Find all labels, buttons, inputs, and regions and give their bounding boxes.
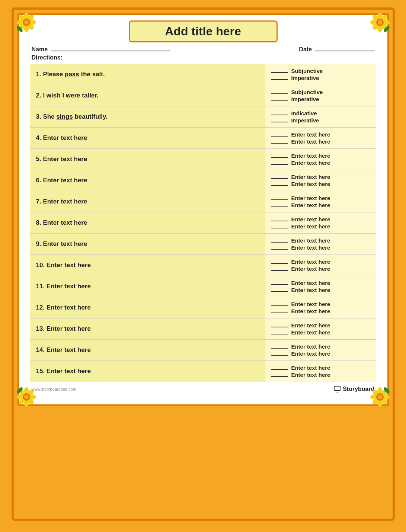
answer-option-3-2: Imperative <box>271 117 370 124</box>
name-field: Name <box>32 46 299 53</box>
footer: www.storyboardthat.com Storyboard <box>30 385 376 393</box>
answer-cell-9: Enter text hereEnter text here <box>265 234 376 255</box>
answer-label: Enter text here <box>291 343 330 350</box>
answer-cell-12: Enter text hereEnter text here <box>265 297 376 318</box>
answer-option-8-1: Enter text here <box>271 216 370 222</box>
answer-label: Enter text here <box>291 237 330 244</box>
answer-option-2-1: Subjunctive <box>271 89 370 95</box>
answer-label: Subjunctive <box>291 89 323 95</box>
name-date-row: Name Date <box>30 46 376 53</box>
answer-option-2-2: Imperative <box>271 96 370 102</box>
footer-url: www.storyboardthat.com <box>32 387 76 391</box>
answer-label: Subjunctive <box>291 68 323 74</box>
inner-border: Add title here Name Date Directions: 1. … <box>17 13 389 406</box>
answer-label: Enter text here <box>291 244 330 251</box>
answer-label: Imperative <box>291 75 319 81</box>
answer-option-3-1: Indicative <box>271 110 370 116</box>
svg-rect-45 <box>335 387 340 390</box>
answer-label: Enter text here <box>291 153 330 159</box>
answer-blank <box>271 369 288 370</box>
answer-blank <box>271 185 288 186</box>
answer-label: Enter text here <box>291 223 330 230</box>
answer-blank <box>271 122 288 122</box>
table-row: 12. Enter text hereEnter text hereEnter … <box>30 297 376 318</box>
question-cell-2: 2. I wish I were taller. <box>30 85 265 106</box>
answer-cell-1: SubjunctiveImperative <box>265 64 376 85</box>
answer-blank <box>271 313 288 313</box>
question-cell-15: 15. Enter text here <box>30 361 265 382</box>
date-label: Date <box>299 46 312 52</box>
answer-blank <box>271 136 288 137</box>
answer-cell-6: Enter text hereEnter text here <box>265 170 376 191</box>
name-underline <box>51 51 170 51</box>
table-row: 14. Enter text hereEnter text hereEnter … <box>30 340 376 361</box>
answer-blank <box>271 291 288 292</box>
question-cell-13: 13. Enter text here <box>30 318 265 340</box>
answer-option-6-2: Enter text here <box>271 181 370 187</box>
answer-option-6-1: Enter text here <box>271 174 370 180</box>
answer-blank <box>271 228 288 228</box>
answer-cell-5: Enter text hereEnter text here <box>265 149 376 170</box>
answer-option-7-1: Enter text here <box>271 195 370 201</box>
answer-cell-11: Enter text hereEnter text here <box>265 276 376 297</box>
answer-label: Enter text here <box>291 195 330 201</box>
svg-point-9 <box>24 20 29 25</box>
answer-blank <box>271 143 288 144</box>
answer-option-4-1: Enter text here <box>271 131 370 138</box>
answer-option-13-1: Enter text here <box>271 322 370 329</box>
question-cell-9: 9. Enter text here <box>30 234 265 255</box>
answer-blank <box>271 348 288 349</box>
page-title: Add title here <box>165 25 241 38</box>
answer-option-10-1: Enter text here <box>271 259 370 265</box>
answer-blank <box>271 178 288 179</box>
answer-blank <box>271 115 288 115</box>
question-cell-10: 10. Enter text here <box>30 255 265 276</box>
answer-blank <box>271 305 288 306</box>
answer-option-14-2: Enter text here <box>271 350 370 357</box>
answer-blank <box>271 334 288 334</box>
answer-label: Imperative <box>291 117 319 124</box>
question-cell-3: 3. She sings beautifully. <box>30 106 265 128</box>
answer-option-13-2: Enter text here <box>271 329 370 336</box>
answer-cell-15: Enter text hereEnter text here <box>265 361 376 382</box>
svg-point-31 <box>24 395 29 399</box>
worksheet-table: 1. Please pass the salt.SubjunctiveImper… <box>30 64 376 382</box>
answer-option-5-1: Enter text here <box>271 153 370 159</box>
answer-label: Enter text here <box>291 365 330 371</box>
page: Add title here Name Date Directions: 1. … <box>12 7 395 521</box>
title-area: Add title here <box>30 20 376 42</box>
answer-blank <box>271 242 288 243</box>
question-cell-4: 4. Enter text here <box>30 128 265 149</box>
answer-label: Enter text here <box>291 174 330 180</box>
answer-option-12-1: Enter text here <box>271 301 370 307</box>
answer-blank <box>271 157 288 158</box>
flower-decoration-tl <box>15 11 38 33</box>
answer-label: Enter text here <box>291 308 330 314</box>
answer-cell-10: Enter text hereEnter text here <box>265 255 376 276</box>
question-cell-1: 1. Please pass the salt. <box>30 64 265 85</box>
answer-label: Enter text here <box>291 266 330 272</box>
flower-decoration-br <box>369 386 391 408</box>
table-row: 8. Enter text hereEnter text hereEnter t… <box>30 212 376 234</box>
answer-option-15-1: Enter text here <box>271 365 370 371</box>
directions-label: Directions: <box>30 54 376 61</box>
question-cell-14: 14. Enter text here <box>30 340 265 361</box>
answer-blank <box>271 221 288 221</box>
storyboard-logo-icon <box>333 385 341 393</box>
question-cell-8: 8. Enter text here <box>30 212 265 234</box>
answer-blank <box>271 199 288 200</box>
answer-label: Enter text here <box>291 202 330 208</box>
answer-cell-4: Enter text hereEnter text here <box>265 128 376 149</box>
answer-label: Enter text here <box>291 138 330 145</box>
answer-blank <box>271 249 288 250</box>
answer-blank <box>271 72 288 73</box>
date-field: Date <box>299 46 374 53</box>
answer-option-11-2: Enter text here <box>271 287 370 293</box>
svg-point-20 <box>378 20 382 25</box>
table-row: 9. Enter text hereEnter text hereEnter t… <box>30 234 376 255</box>
answer-label: Enter text here <box>291 322 330 329</box>
answer-label: Enter text here <box>291 280 330 286</box>
answer-option-1-2: Imperative <box>271 75 370 81</box>
answer-blank <box>271 270 288 271</box>
answer-label: Imperative <box>291 96 319 102</box>
